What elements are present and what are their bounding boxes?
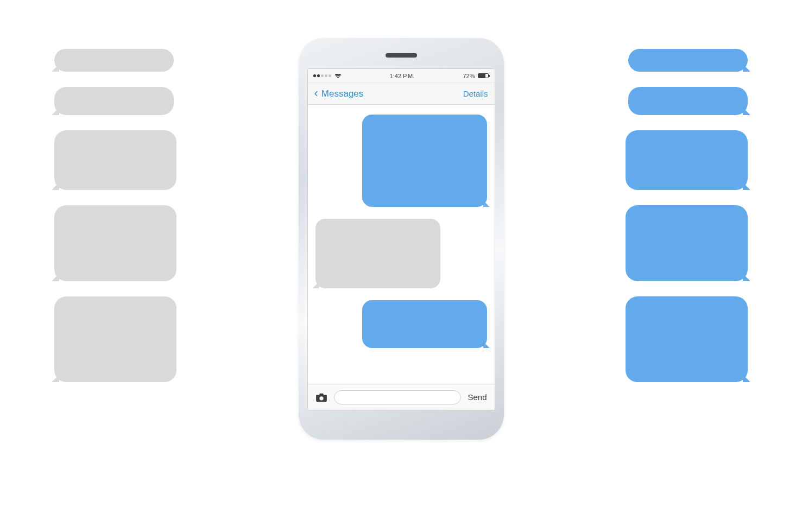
gray-bubble-5 [54, 296, 176, 382]
wifi-icon [334, 73, 342, 79]
blue-bubble-2 [628, 87, 748, 115]
nav-bar: ‹ Messages Details [308, 83, 495, 105]
message-thread[interactable] [308, 105, 495, 384]
phone-speaker [386, 53, 417, 58]
sent-message-bubble[interactable] [362, 300, 487, 348]
nav-back-label: Messages [321, 88, 363, 99]
blue-bubble-4 [626, 205, 748, 281]
svg-point-0 [320, 397, 322, 399]
message-input[interactable] [334, 390, 462, 404]
camera-button[interactable] [315, 392, 327, 402]
phone-frame: 1:42 P.M. 72% ‹ Messages Details [299, 38, 504, 440]
status-left [313, 73, 342, 79]
canvas: 1:42 P.M. 72% ‹ Messages Details [0, 0, 802, 532]
signal-dots-icon [313, 74, 331, 77]
blue-bubble-stack [617, 49, 748, 382]
battery-icon [478, 73, 489, 78]
composer-bar: Send [308, 384, 495, 410]
chevron-left-icon: ‹ [314, 87, 318, 99]
gray-bubble-3 [54, 130, 176, 190]
phone-screen: 1:42 P.M. 72% ‹ Messages Details [307, 68, 495, 410]
status-time: 1:42 P.M. [390, 73, 415, 79]
message-row-sent [315, 115, 487, 207]
send-button[interactable]: Send [468, 392, 487, 402]
camera-icon [315, 392, 327, 402]
status-right: 72% [463, 73, 489, 79]
back-button[interactable]: ‹ Messages [314, 88, 364, 99]
received-message-bubble[interactable] [315, 219, 440, 288]
gray-bubble-stack [54, 49, 185, 382]
message-row-recv [315, 219, 487, 288]
blue-bubble-3 [626, 130, 748, 190]
gray-bubble-2 [54, 87, 174, 115]
blue-bubble-1 [628, 49, 748, 72]
status-bar: 1:42 P.M. 72% [308, 69, 495, 83]
blue-bubble-5 [626, 296, 748, 382]
gray-bubble-4 [54, 205, 176, 281]
message-row-sent [315, 300, 487, 348]
details-button[interactable]: Details [463, 89, 488, 98]
sent-message-bubble[interactable] [362, 115, 487, 207]
gray-bubble-1 [54, 49, 174, 72]
phone-mockup: 1:42 P.M. 72% ‹ Messages Details [299, 38, 504, 440]
battery-percent: 72% [463, 73, 475, 79]
